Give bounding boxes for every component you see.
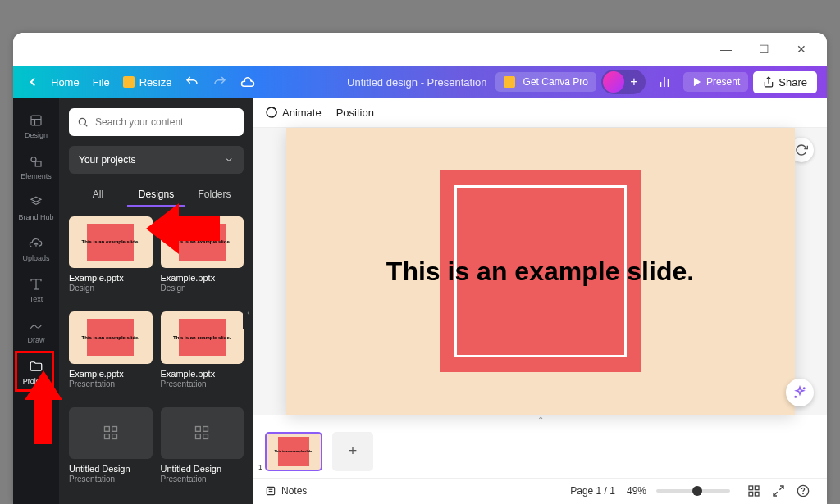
back-icon[interactable] (23, 72, 43, 92)
crown-icon (504, 76, 515, 88)
svg-line-33 (774, 493, 778, 497)
project-card[interactable]: This is an example slide.Example.pptxDes… (69, 216, 153, 303)
panel-tabs: All Designs Folders (69, 184, 244, 207)
svg-rect-21 (203, 434, 208, 439)
shapes-icon (28, 153, 44, 170)
tab-designs[interactable]: Designs (127, 184, 185, 207)
tab-all[interactable]: All (69, 184, 127, 207)
annotation-highlight (15, 351, 54, 392)
document-title[interactable]: Untitled design - Presentation (347, 76, 487, 89)
project-subtitle: Presentation (161, 379, 244, 388)
bottom-bar: Notes Page 1 / 1 49% (253, 478, 827, 504)
svg-rect-14 (104, 427, 109, 432)
zoom-slider[interactable] (656, 489, 730, 493)
project-thumb (69, 407, 153, 459)
rail-projects[interactable]: Projects (13, 351, 59, 392)
slide-thumb-1[interactable]: 1 This is an example slide. (265, 432, 322, 471)
thumbstrip-collapse[interactable]: ⌃ (253, 415, 827, 425)
main-area: Design Elements Brand Hub Uploads Text D… (13, 98, 827, 504)
left-rail: Design Elements Brand Hub Uploads Text D… (13, 98, 59, 504)
page-indicator[interactable]: Page 1 / 1 (570, 485, 615, 497)
svg-rect-9 (35, 161, 41, 166)
add-collaborator-icon[interactable]: + (624, 75, 644, 89)
magic-button[interactable] (786, 379, 814, 406)
slide-canvas[interactable]: This is an example slide. (286, 128, 795, 415)
app-topbar: Home File Resize Untitled design - Prese… (13, 66, 827, 98)
panel-collapse-handle[interactable]: ‹ (243, 295, 253, 329)
panel-search[interactable] (69, 108, 244, 136)
svg-point-23 (804, 388, 806, 389)
grid-icon (194, 425, 210, 441)
undo-icon[interactable] (180, 70, 204, 94)
resize-button[interactable]: Resize (116, 73, 179, 92)
project-card[interactable]: Untitled DesignPresentation (69, 407, 153, 494)
slide-thumbstrip: 1 This is an example slide. + (253, 425, 827, 477)
svg-rect-29 (755, 486, 759, 490)
cloud-sync-icon[interactable] (235, 70, 260, 94)
add-slide-button[interactable]: + (332, 432, 373, 471)
rail-uploads[interactable]: Uploads (13, 228, 59, 269)
file-menu[interactable]: File (86, 73, 116, 92)
projects-dropdown[interactable]: Your projects (69, 146, 244, 174)
project-thumb: This is an example slide. (161, 216, 244, 268)
avatar (603, 71, 624, 93)
grid-view-icon[interactable] (744, 481, 764, 501)
rail-brandhub[interactable]: Brand Hub (13, 187, 59, 228)
rail-text[interactable]: Text (13, 269, 59, 310)
tab-folders[interactable]: Folders (185, 184, 244, 207)
window-titlebar: — ☐ ✕ (13, 33, 827, 66)
get-pro-button[interactable]: Get Canva Pro (495, 72, 596, 92)
project-card[interactable]: This is an example slide.Example.pptxPre… (161, 311, 244, 398)
animate-button[interactable]: Animate (265, 106, 322, 119)
fullscreen-icon[interactable] (769, 481, 788, 501)
svg-point-35 (803, 493, 804, 494)
project-card[interactable]: This is an example slide.Example.pptxDes… (161, 216, 244, 303)
notes-toggle[interactable]: Notes (265, 485, 307, 497)
text-icon (28, 276, 44, 293)
window-close-button[interactable]: ✕ (783, 36, 820, 62)
zoom-level[interactable]: 49% (627, 485, 646, 497)
canvas-toolbar: Animate Position (253, 98, 827, 128)
svg-rect-31 (755, 493, 759, 497)
project-subtitle: Design (161, 284, 244, 293)
template-icon (28, 112, 44, 129)
help-icon[interactable] (793, 481, 813, 501)
crown-icon (123, 76, 135, 88)
svg-rect-28 (749, 486, 753, 490)
redo-icon[interactable] (208, 70, 232, 94)
project-thumb: This is an example slide. (161, 311, 244, 363)
rail-draw[interactable]: Draw (13, 310, 59, 351)
slide-number: 1 (258, 463, 262, 471)
slide-main-text[interactable]: This is an example slide. (386, 256, 694, 287)
pencil-icon (28, 317, 44, 334)
project-card[interactable]: This is an example slide.Example.pptxPre… (69, 311, 153, 398)
project-thumb: This is an example slide. (69, 216, 153, 268)
share-button[interactable]: Share (753, 71, 817, 93)
position-button[interactable]: Position (336, 107, 374, 119)
project-title: Example.pptx (69, 273, 153, 283)
home-button[interactable]: Home (44, 73, 86, 92)
svg-rect-18 (196, 427, 201, 432)
svg-point-12 (79, 118, 85, 125)
project-title: Example.pptx (161, 273, 244, 283)
rail-elements[interactable]: Elements (13, 146, 59, 187)
canvas-viewport[interactable]: This is an example slide. (253, 128, 827, 415)
svg-point-24 (795, 396, 797, 397)
project-subtitle: Design (69, 284, 153, 293)
collaborator-group[interactable]: + (601, 70, 646, 94)
analytics-icon[interactable] (652, 70, 677, 94)
window-minimize-button[interactable]: — (707, 36, 745, 62)
svg-rect-15 (112, 427, 116, 432)
canvas-area: Animate Position This is an example slid… (253, 98, 827, 504)
project-subtitle: Presentation (69, 379, 153, 388)
refresh-icon (795, 143, 808, 157)
notes-icon (265, 485, 276, 497)
rail-design[interactable]: Design (13, 105, 59, 146)
svg-rect-17 (112, 434, 116, 439)
window-maximize-button[interactable]: ☐ (745, 36, 783, 62)
search-input[interactable] (95, 116, 235, 128)
brand-icon (28, 194, 44, 211)
project-card[interactable]: Untitled DesignPresentation (161, 407, 244, 494)
grid-icon (103, 425, 119, 441)
present-button[interactable]: Present (683, 72, 748, 92)
